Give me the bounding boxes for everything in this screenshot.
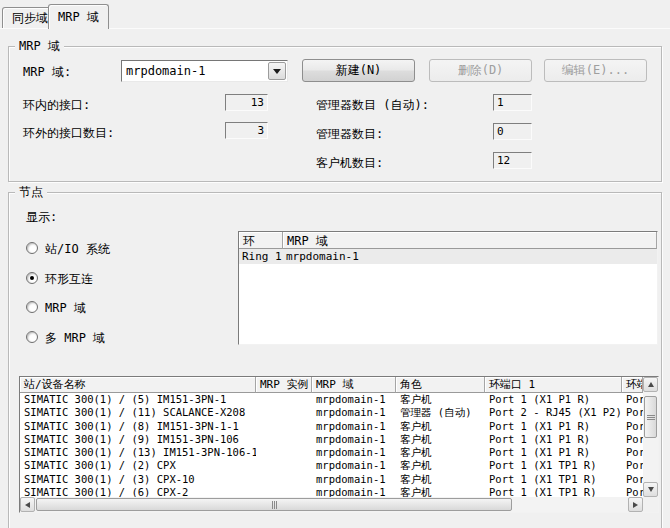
table-cell: Port	[622, 446, 643, 459]
table-cell	[256, 420, 312, 433]
table-cell: Port 1 (X1 TP1 R)	[485, 473, 622, 486]
managers-auto-value: 1	[493, 94, 532, 111]
table-cell	[256, 446, 312, 459]
scroll-down-button[interactable]	[643, 482, 658, 497]
table-cell: Port 1 (X1 P1 R)	[485, 433, 622, 446]
table-cell	[256, 459, 312, 472]
table-cell	[256, 473, 312, 486]
table-row[interactable]: SIMATIC 300(1) / (9) IM151-3PN-106mrpdom…	[20, 433, 643, 446]
table-cell: mrpdomain-1	[312, 420, 396, 433]
device-table-header-cell[interactable]: 站/设备名称	[20, 377, 256, 393]
triangle-left-icon	[25, 502, 30, 508]
mrp-domain-combobox[interactable]: mrpdomain-1	[121, 60, 288, 82]
table-cell: mrpdomain-1	[312, 459, 396, 472]
table-cell: SIMATIC 300(1) / (2) CPX	[20, 459, 256, 472]
radio-ring-interconnect[interactable]	[26, 272, 38, 284]
table-cell: 客户机	[396, 420, 485, 433]
scroll-left-button[interactable]	[20, 497, 35, 512]
managers-auto-label: 管理器数目 (自动):	[316, 97, 429, 114]
radio-ring-interconnect-label: 环形互连	[45, 271, 93, 288]
table-cell: mrpdomain-1	[312, 433, 396, 446]
scroll-up-button[interactable]	[643, 377, 658, 392]
ring-interfaces-value: 13	[225, 94, 268, 111]
table-cell: mrpdomain-1	[312, 406, 396, 419]
ring-list-header-cell[interactable]: MRP 域	[283, 232, 657, 249]
ring-list-cell: Ring 1	[239, 249, 283, 264]
tab-mrp-domain[interactable]: MRP 域	[48, 4, 109, 29]
table-cell: mrpdomain-1	[312, 446, 396, 459]
device-table-rows: SIMATIC 300(1) / (5) IM151-3PN-1mrpdomai…	[20, 393, 643, 499]
table-cell: 客户机	[396, 473, 485, 486]
triangle-down-icon	[648, 487, 654, 492]
clients-label: 客户机数目:	[316, 155, 383, 172]
table-cell: 客户机	[396, 459, 485, 472]
ring-list-cell: mrpdomain-1	[283, 249, 657, 264]
thumb-grip-icon	[272, 501, 277, 509]
ring-list-header: 环MRP 域	[239, 232, 657, 249]
mrp-domain-combobox-value: mrpdomain-1	[126, 64, 205, 78]
table-cell: SIMATIC 300(1) / (5) IM151-3PN-1	[20, 393, 256, 406]
radio-multi-mrp-domain[interactable]	[26, 331, 38, 343]
outside-interfaces-value: 3	[225, 122, 268, 139]
table-cell: SIMATIC 300(1) / (8) IM151-3PN-1-1	[20, 420, 256, 433]
table-cell: SIMATIC 300(1) / (13) IM151-3PN-106-1	[20, 446, 256, 459]
clients-value: 12	[493, 152, 532, 169]
edit-button[interactable]: 编辑(E)...	[544, 59, 647, 82]
table-cell	[256, 433, 312, 446]
mrp-domain-group-title: MRP 域	[15, 39, 64, 53]
horizontal-scrollbar-thumb[interactable]	[36, 498, 512, 511]
ring-list-row[interactable]: Ring 1mrpdomain-1	[239, 249, 657, 264]
table-cell	[256, 393, 312, 406]
table-row[interactable]: SIMATIC 300(1) / (3) CPX-10mrpdomain-1客户…	[20, 473, 643, 486]
ring-list[interactable]: 环MRP 域 Ring 1mrpdomain-1	[238, 231, 658, 345]
table-row[interactable]: SIMATIC 300(1) / (5) IM151-3PN-1mrpdomai…	[20, 393, 643, 406]
nodes-group-title: 节点	[15, 185, 47, 199]
vertical-scrollbar[interactable]	[643, 377, 658, 497]
device-table-header-cell[interactable]: MRP 域	[312, 377, 396, 393]
table-cell: SIMATIC 300(1) / (3) CPX-10	[20, 473, 256, 486]
thumb-grip-icon	[647, 415, 655, 420]
device-table-header-cell[interactable]: 角色	[396, 377, 485, 393]
ring-list-header-cell[interactable]: 环	[239, 232, 283, 249]
radio-mrp-domain-label: MRP 域	[45, 300, 86, 317]
device-table-header-cell[interactable]: 环端	[622, 377, 643, 393]
table-row[interactable]: SIMATIC 300(1) / (11) SCALANCE-X208mrpdo…	[20, 406, 643, 419]
vertical-scrollbar-thumb[interactable]	[644, 396, 657, 438]
table-cell: Port 1 (X1 P1 R)	[485, 420, 622, 433]
triangle-up-icon	[648, 382, 654, 387]
table-cell: Port	[622, 393, 643, 406]
scroll-right-button[interactable]	[628, 497, 643, 512]
table-cell: Port 1 (X1 TP1 R)	[485, 459, 622, 472]
table-cell: Port 2 - RJ45 (X1 P2)	[485, 406, 622, 419]
radio-station-io-system-label: 站/IO 系统	[45, 241, 110, 258]
mrp-domain-group: MRP 域 MRP 域: mrpdomain-1 新建(N) 删除(D) 编辑(…	[8, 46, 662, 182]
radio-multi-mrp-domain-label: 多 MRP 域	[45, 330, 105, 347]
table-row[interactable]: SIMATIC 300(1) / (8) IM151-3PN-1-1mrpdom…	[20, 420, 643, 433]
table-row[interactable]: SIMATIC 300(1) / (13) IM151-3PN-106-1mrp…	[20, 446, 643, 459]
display-label: 显示:	[26, 209, 57, 226]
table-cell: Port 1 (X1 P1 R)	[485, 446, 622, 459]
radio-mrp-domain[interactable]	[26, 301, 38, 313]
nodes-group: 节点 显示: 站/IO 系统 环形互连 MRP 域 多 MRP 域 环MRP 域…	[8, 192, 662, 528]
chevron-down-icon	[273, 69, 281, 74]
table-cell: 客户机	[396, 393, 485, 406]
device-table-header: 站/设备名称MRP 实例MRP 域角色环端口 1环端	[20, 377, 643, 393]
table-cell: 管理器 (自动)	[396, 406, 485, 419]
mrp-domain-dialog: 同步域 MRP 域 MRP 域 MRP 域: mrpdomain-1 新建(N)…	[0, 0, 670, 528]
table-cell: Port	[622, 459, 643, 472]
table-cell: Port	[622, 473, 643, 486]
ring-interfaces-label: 环内的接口:	[23, 97, 90, 114]
new-button[interactable]: 新建(N)	[302, 59, 415, 82]
scrollbar-corner	[643, 497, 658, 512]
table-row[interactable]: SIMATIC 300(1) / (2) CPXmrpdomain-1客户机Po…	[20, 459, 643, 472]
device-table-header-cell[interactable]: MRP 实例	[256, 377, 312, 393]
combobox-dropdown-button[interactable]	[268, 62, 286, 80]
radio-station-io-system[interactable]	[26, 242, 38, 254]
managers-label: 管理器数目:	[316, 126, 383, 143]
table-cell: SIMATIC 300(1) / (11) SCALANCE-X208	[20, 406, 256, 419]
table-cell: Port	[622, 420, 643, 433]
delete-button[interactable]: 删除(D)	[429, 59, 532, 82]
device-table[interactable]: 站/设备名称MRP 实例MRP 域角色环端口 1环端 SIMATIC 300(1…	[19, 376, 659, 513]
horizontal-scrollbar[interactable]	[20, 497, 643, 512]
device-table-header-cell[interactable]: 环端口 1	[485, 377, 622, 393]
